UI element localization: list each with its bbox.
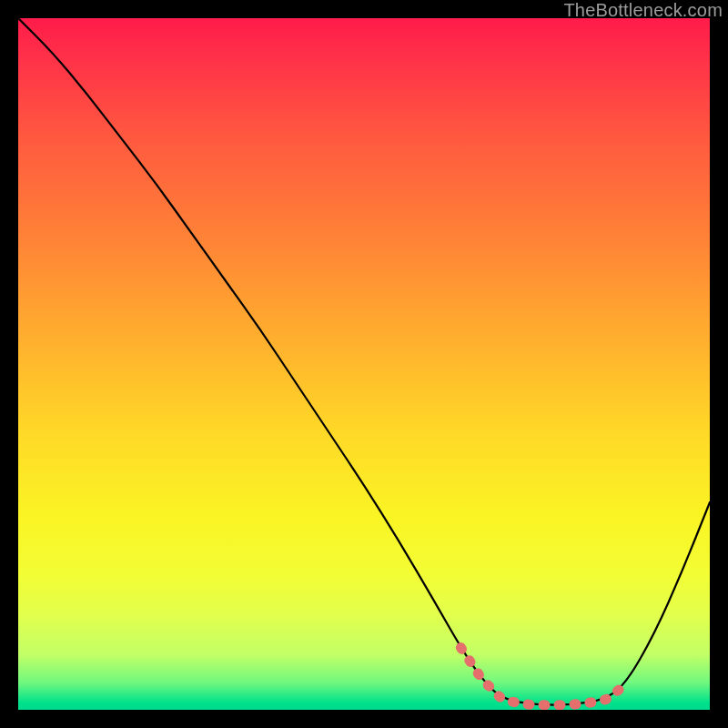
watermark-label: TheBottleneck.com <box>563 0 723 21</box>
chart-wrapper: TheBottleneck.com <box>0 0 728 728</box>
chart-svg <box>18 18 710 710</box>
bottleneck-curve <box>18 18 710 705</box>
plot-area <box>18 18 710 710</box>
optimal-range-markers <box>460 648 620 705</box>
